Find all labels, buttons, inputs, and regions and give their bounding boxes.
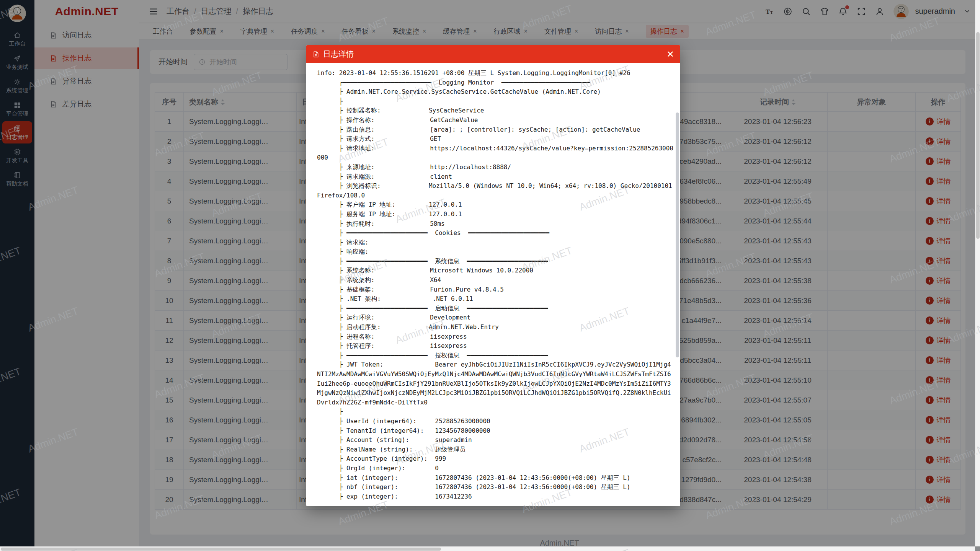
dialog-scrollbar[interactable] <box>676 67 679 503</box>
document-icon <box>312 51 319 58</box>
dialog-scrollbar-thumb[interactable] <box>676 112 679 357</box>
dialog-header: 日志详情 ✕ <box>306 45 680 63</box>
log-detail-dialog: 日志详情 ✕ info: 2023-01-04 12:55:36.1516291… <box>306 45 680 506</box>
page-vertical-scrollbar[interactable] <box>975 0 980 546</box>
dialog-body: info: 2023-01-04 12:55:36.1516291 +08:00… <box>306 63 674 506</box>
page-horizontal-scrollbar-thumb[interactable] <box>1 548 441 551</box>
log-detail-text: info: 2023-01-04 12:55:36.1516291 +08:00… <box>317 68 673 501</box>
dialog-title: 日志详情 <box>323 49 354 59</box>
close-icon[interactable]: ✕ <box>666 50 674 59</box>
page-horizontal-scrollbar[interactable] <box>0 546 975 551</box>
page-vertical-scrollbar-thumb[interactable] <box>976 32 980 239</box>
